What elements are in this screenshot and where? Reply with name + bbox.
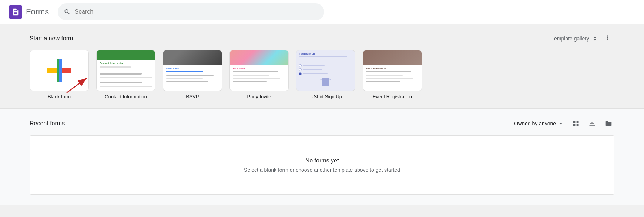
- dropdown-arrow-icon: [557, 120, 564, 127]
- plus-icon: [47, 59, 71, 82]
- search-bar[interactable]: [58, 3, 324, 20]
- empty-state: No forms yet Select a blank form or choo…: [30, 135, 614, 195]
- forms-icon: [11, 8, 20, 16]
- event-label: Event Registration: [373, 94, 412, 99]
- template-blank[interactable]: Blank form: [30, 50, 89, 99]
- more-vert-icon: [604, 34, 611, 42]
- logo-icon: [9, 5, 22, 19]
- section-title: Start a new form: [30, 35, 73, 42]
- event-thumbnail: Event Registration: [363, 50, 422, 91]
- blank-thumbnail: [30, 50, 89, 91]
- expand-icon: [591, 35, 598, 42]
- search-input[interactable]: [74, 9, 318, 15]
- rsvp-thumbnail: Event RSVP: [163, 50, 222, 91]
- folder-icon: [605, 120, 612, 127]
- template-tshirt[interactable]: T-Shirt Sign Up: [296, 50, 355, 99]
- view-icons: [570, 118, 614, 129]
- new-form-section: Start a new form Template gallery: [0, 33, 644, 108]
- more-options-button[interactable]: [601, 33, 614, 44]
- empty-subtitle: Select a blank form or choose another te…: [244, 167, 400, 173]
- template-gallery-button[interactable]: Template gallery: [551, 35, 598, 42]
- grid-view-icon: [572, 120, 580, 127]
- header: Forms: [0, 0, 644, 24]
- party-label: Party Invite: [247, 94, 271, 99]
- section-header: Start a new form Template gallery: [30, 33, 614, 44]
- grid-view-button[interactable]: [570, 118, 582, 129]
- recent-title: Recent forms: [30, 120, 65, 127]
- templates-row: Blank form Contact Information: [30, 50, 614, 99]
- template-event[interactable]: Event Registration Event Registr: [363, 50, 422, 99]
- empty-title: No forms yet: [305, 157, 339, 164]
- owned-by-dropdown[interactable]: Owned by anyone: [514, 120, 564, 127]
- folder-button[interactable]: [603, 118, 614, 129]
- tshirt-thumbnail: T-Shirt Sign Up: [296, 50, 355, 91]
- sort-button[interactable]: [586, 118, 598, 129]
- contact-thumbnail: Contact Information: [96, 50, 155, 91]
- blank-label: Blank form: [48, 94, 71, 99]
- app-logo: Forms: [9, 5, 49, 19]
- tshirt-label: T-Shirt Sign Up: [309, 94, 342, 99]
- search-icon: [64, 8, 71, 16]
- recent-header: Recent forms Owned by anyone: [30, 118, 614, 129]
- template-rsvp[interactable]: Event RSVP RSVP: [163, 50, 222, 99]
- template-contact[interactable]: Contact Information: [96, 50, 155, 99]
- template-party[interactable]: Party Invite Party Invite: [229, 50, 289, 99]
- recent-section: Recent forms Owned by anyone: [0, 109, 644, 205]
- party-thumbnail: Party Invite: [229, 50, 289, 91]
- templates-wrapper: Blank form Contact Information: [30, 50, 614, 99]
- main-content: Start a new form Template gallery: [0, 24, 644, 205]
- contact-label: Contact Information: [105, 94, 147, 99]
- app-title: Forms: [26, 7, 49, 17]
- rsvp-label: RSVP: [186, 94, 199, 99]
- recent-controls: Owned by anyone: [514, 118, 614, 129]
- sort-icon: [588, 120, 596, 127]
